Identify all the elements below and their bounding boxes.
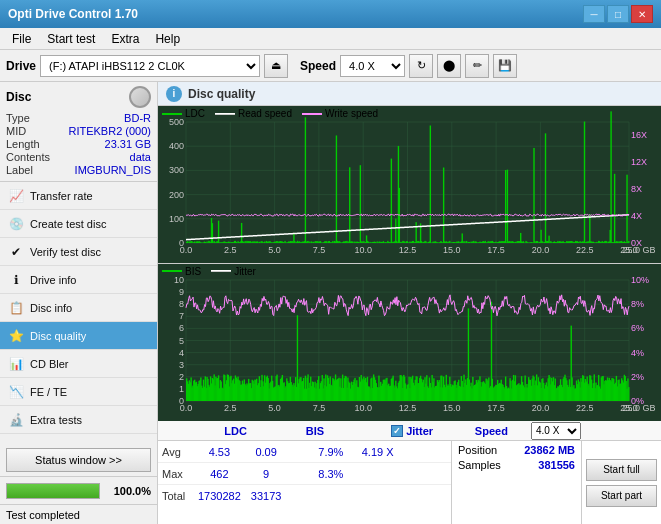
stats-table: Avg 4.53 0.09 7.9% 4.19 X Max 462 9 [158, 441, 451, 524]
disc-length-val: 23.31 GB [105, 138, 151, 150]
extra-tests-icon: 🔬 [8, 412, 24, 428]
drive-select[interactable]: (F:) ATAPI iHBS112 2 CL0K [40, 55, 260, 77]
stats-col-jitter: ✓ Jitter [373, 425, 452, 437]
close-button[interactable]: ✕ [631, 5, 653, 23]
jitter-label: Jitter [406, 425, 433, 437]
stats-area: LDC BIS ✓ Jitter Speed 4.0 X [158, 420, 661, 524]
disc-info-icon: 📋 [8, 300, 24, 316]
stats-avg-label: Avg [158, 446, 196, 458]
speed-dropdown[interactable]: 4.0 X [531, 422, 581, 440]
disc-mid-row: MID RITEKBR2 (000) [6, 125, 151, 137]
jitter-checkbox-group: ✓ Jitter [373, 425, 452, 437]
disc-contents-key: Contents [6, 151, 50, 163]
create-test-disc-label: Create test disc [30, 218, 106, 230]
start-part-button[interactable]: Start part [586, 485, 657, 507]
disc-panel: Disc Type BD-R MID RITEKBR2 (000) Length… [0, 82, 157, 182]
sidebar-item-disc-info[interactable]: 📋 Disc info [0, 294, 157, 322]
sidebar-item-fe-te[interactable]: 📉 FE / TE [0, 378, 157, 406]
disc-type-key: Type [6, 112, 30, 124]
samples-row: Samples 381556 [458, 459, 575, 471]
disc-quality-header-icon: i [166, 86, 182, 102]
stats-header-row: LDC BIS ✓ Jitter Speed 4.0 X [158, 421, 661, 441]
transfer-rate-icon: 📈 [8, 188, 24, 204]
stats-avg-speed: 4.19 X [354, 446, 401, 458]
ldc-color-dot [162, 113, 182, 115]
write-button[interactable]: ✏ [465, 54, 489, 78]
jitter-checkbox[interactable]: ✓ [391, 425, 403, 437]
disc-icon [129, 86, 151, 108]
sidebar-item-create-test-disc[interactable]: 💿 Create test disc [0, 210, 157, 238]
menu-help[interactable]: Help [147, 30, 188, 48]
stats-max-jitter: 8.3% [308, 468, 355, 480]
stats-col-speed-val: 4.0 X [531, 422, 581, 440]
ldc-chart-container: LDC Read speed Write speed [158, 106, 661, 264]
legend-ldc-label: LDC [185, 108, 205, 119]
start-full-button[interactable]: Start full [586, 459, 657, 481]
menu-start-test[interactable]: Start test [39, 30, 103, 48]
speed-select[interactable]: 4.0 X [340, 55, 405, 77]
samples-key: Samples [458, 459, 501, 471]
extra-tests-label: Extra tests [30, 414, 82, 426]
disc-quality-label: Disc quality [30, 330, 86, 342]
stats-max-row: Max 462 9 8.3% [158, 463, 451, 485]
menubar: File Start test Extra Help [0, 28, 661, 50]
stats-max-bis: 9 [243, 468, 290, 480]
bis-chart [158, 264, 661, 421]
action-buttons: Start full Start part [581, 441, 661, 524]
sidebar-item-cd-bler[interactable]: 📊 CD Bler [0, 350, 157, 378]
stats-avg-jitter: 7.9% [308, 446, 355, 458]
maximize-button[interactable]: □ [607, 5, 629, 23]
sidebar-item-drive-info[interactable]: ℹ Drive info [0, 266, 157, 294]
eject-button[interactable]: ⏏ [264, 54, 288, 78]
refresh-button[interactable]: ↻ [409, 54, 433, 78]
toolbar: Drive (F:) ATAPI iHBS112 2 CL0K ⏏ Speed … [0, 50, 661, 82]
legend-jitter: Jitter [211, 266, 256, 277]
legend-jitter-label: Jitter [234, 266, 256, 277]
progress-bar-outer [6, 483, 100, 499]
legend-ldc: LDC [162, 108, 205, 119]
stats-total-row: Total 1730282 33173 [158, 485, 451, 507]
nav-menu: 📈 Transfer rate 💿 Create test disc ✔ Ver… [0, 182, 157, 444]
disc-contents-val: data [130, 151, 151, 163]
cd-bler-icon: 📊 [8, 356, 24, 372]
stats-avg-row: Avg 4.53 0.09 7.9% 4.19 X [158, 441, 451, 463]
stats-total-label: Total [158, 490, 196, 502]
stats-right-panel: Position 23862 MB Samples 381556 [451, 441, 581, 524]
stats-total-ldc: 1730282 [196, 490, 243, 502]
disc-quality-header: i Disc quality [158, 82, 661, 106]
sidebar-item-verify-test-disc[interactable]: ✔ Verify test disc [0, 238, 157, 266]
legend-bis-label: BIS [185, 266, 201, 277]
disc-mid-val: RITEKBR2 (000) [68, 125, 151, 137]
main-area: Disc Type BD-R MID RITEKBR2 (000) Length… [0, 82, 661, 524]
minimize-button[interactable]: ─ [583, 5, 605, 23]
disc-info-label: Disc info [30, 302, 72, 314]
stats-avg-ldc: 4.53 [196, 446, 243, 458]
status-window-button[interactable]: Status window >> [6, 448, 151, 472]
cd-bler-label: CD Bler [30, 358, 69, 370]
bis-legend: BIS Jitter [162, 266, 256, 277]
stats-col-speed: Speed [452, 425, 531, 437]
speed-label: Speed [300, 59, 336, 73]
sidebar-status: Test completed [0, 504, 157, 524]
disc-mid-key: MID [6, 125, 26, 137]
stats-max-ldc: 462 [196, 468, 243, 480]
verify-test-disc-label: Verify test disc [30, 246, 101, 258]
legend-bis: BIS [162, 266, 201, 277]
sidebar-item-transfer-rate[interactable]: 📈 Transfer rate [0, 182, 157, 210]
titlebar: Opti Drive Control 1.70 ─ □ ✕ [0, 0, 661, 28]
sidebar-item-extra-tests[interactable]: 🔬 Extra tests [0, 406, 157, 434]
menu-file[interactable]: File [4, 30, 39, 48]
fe-te-label: FE / TE [30, 386, 67, 398]
disc-label-val: IMGBURN_DIS [75, 164, 151, 176]
save-button[interactable]: 💾 [493, 54, 517, 78]
disc-length-key: Length [6, 138, 40, 150]
stats-max-label: Max [158, 468, 196, 480]
progress-bar-inner [7, 484, 99, 498]
drive-info-icon: ℹ [8, 272, 24, 288]
create-test-disc-icon: 💿 [8, 216, 24, 232]
sidebar-item-disc-quality[interactable]: ⭐ Disc quality [0, 322, 157, 350]
menu-extra[interactable]: Extra [103, 30, 147, 48]
disc-button[interactable]: ⬤ [437, 54, 461, 78]
window-controls: ─ □ ✕ [583, 5, 653, 23]
disc-label-row: Label IMGBURN_DIS [6, 164, 151, 176]
